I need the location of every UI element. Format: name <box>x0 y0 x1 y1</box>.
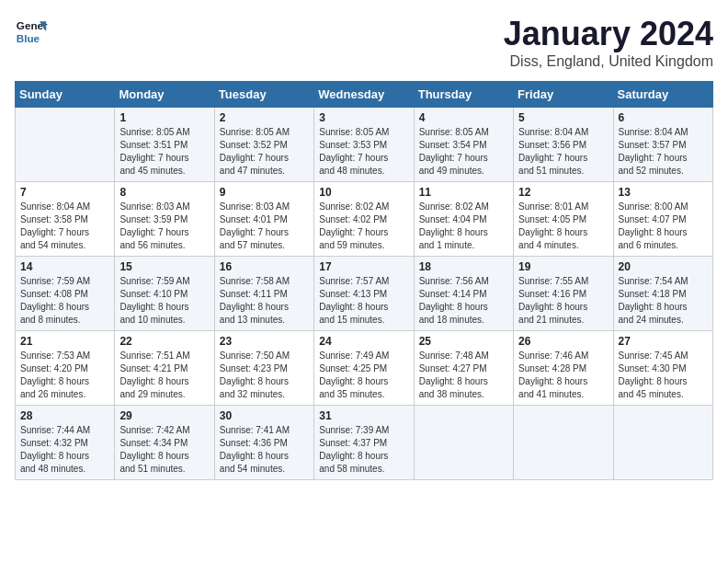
day-number: 25 <box>419 335 508 348</box>
calendar-cell <box>613 406 712 480</box>
day-number: 20 <box>619 260 708 273</box>
day-number: 26 <box>518 335 608 348</box>
day-info: Sunrise: 8:04 AMSunset: 3:56 PMDaylight:… <box>518 126 608 178</box>
day-info: Sunrise: 7:44 AMSunset: 4:32 PMDaylight:… <box>20 424 109 476</box>
header-saturday: Saturday <box>613 82 712 108</box>
day-info: Sunrise: 8:05 AMSunset: 3:51 PMDaylight:… <box>119 126 209 178</box>
day-number: 8 <box>119 186 209 199</box>
calendar-cell: 24Sunrise: 7:49 AMSunset: 4:25 PMDayligh… <box>314 331 414 406</box>
calendar-week-5: 28Sunrise: 7:44 AMSunset: 4:32 PMDayligh… <box>16 406 713 480</box>
calendar-cell: 31Sunrise: 7:39 AMSunset: 4:37 PMDayligh… <box>314 406 414 480</box>
calendar-cell: 25Sunrise: 7:48 AMSunset: 4:27 PMDayligh… <box>414 331 513 406</box>
calendar-cell: 21Sunrise: 7:53 AMSunset: 4:20 PMDayligh… <box>16 331 115 406</box>
header-thursday: Thursday <box>414 82 513 108</box>
day-number: 2 <box>220 111 309 124</box>
calendar-week-2: 7Sunrise: 8:04 AMSunset: 3:58 PMDaylight… <box>16 182 713 257</box>
calendar-cell: 18Sunrise: 7:56 AMSunset: 4:14 PMDayligh… <box>414 257 513 331</box>
calendar-cell: 2Sunrise: 8:05 AMSunset: 3:52 PMDaylight… <box>214 108 313 182</box>
day-info: Sunrise: 7:59 AMSunset: 4:10 PMDaylight:… <box>119 275 209 327</box>
day-number: 18 <box>419 260 508 273</box>
day-number: 22 <box>119 335 209 348</box>
day-info: Sunrise: 8:05 AMSunset: 3:53 PMDaylight:… <box>319 126 408 178</box>
day-info: Sunrise: 7:46 AMSunset: 4:28 PMDaylight:… <box>518 350 608 401</box>
header-sunday: Sunday <box>16 82 115 108</box>
header-friday: Friday <box>514 82 613 108</box>
day-info: Sunrise: 7:51 AMSunset: 4:21 PMDaylight:… <box>119 350 209 401</box>
logo: General Blue <box>15 15 51 48</box>
title-area: January 2024 Diss, England, United Kingd… <box>504 15 713 70</box>
day-info: Sunrise: 7:39 AMSunset: 4:37 PMDaylight:… <box>319 424 408 476</box>
header-monday: Monday <box>115 82 214 108</box>
day-info: Sunrise: 7:59 AMSunset: 4:08 PMDaylight:… <box>20 275 109 327</box>
day-number: 19 <box>518 260 608 273</box>
calendar-cell: 23Sunrise: 7:50 AMSunset: 4:23 PMDayligh… <box>214 331 313 406</box>
day-info: Sunrise: 7:41 AMSunset: 4:36 PMDaylight:… <box>220 424 309 476</box>
day-info: Sunrise: 8:03 AMSunset: 4:01 PMDaylight:… <box>220 201 309 252</box>
day-number: 11 <box>419 186 508 199</box>
day-number: 30 <box>220 409 309 422</box>
day-number: 23 <box>220 335 309 348</box>
calendar-week-4: 21Sunrise: 7:53 AMSunset: 4:20 PMDayligh… <box>16 331 713 406</box>
calendar-cell: 19Sunrise: 7:55 AMSunset: 4:16 PMDayligh… <box>514 257 613 331</box>
calendar-cell: 1Sunrise: 8:05 AMSunset: 3:51 PMDaylight… <box>115 108 214 182</box>
day-number: 3 <box>319 111 408 124</box>
day-info: Sunrise: 7:55 AMSunset: 4:16 PMDaylight:… <box>518 275 608 327</box>
location-title: Diss, England, United Kingdom <box>504 53 713 70</box>
calendar-week-3: 14Sunrise: 7:59 AMSunset: 4:08 PMDayligh… <box>16 257 713 331</box>
day-number: 28 <box>20 409 109 422</box>
day-number: 1 <box>119 111 209 124</box>
day-info: Sunrise: 8:05 AMSunset: 3:54 PMDaylight:… <box>419 126 508 178</box>
day-number: 13 <box>619 186 708 199</box>
day-number: 4 <box>419 111 508 124</box>
day-number: 16 <box>220 260 309 273</box>
day-info: Sunrise: 8:04 AMSunset: 3:57 PMDaylight:… <box>619 126 708 178</box>
calendar-cell <box>414 406 513 480</box>
day-number: 15 <box>119 260 209 273</box>
day-info: Sunrise: 7:56 AMSunset: 4:14 PMDaylight:… <box>419 275 508 327</box>
calendar-cell <box>514 406 613 480</box>
day-number: 5 <box>518 111 608 124</box>
calendar-cell: 9Sunrise: 8:03 AMSunset: 4:01 PMDaylight… <box>214 182 313 257</box>
calendar-cell: 28Sunrise: 7:44 AMSunset: 4:32 PMDayligh… <box>16 406 115 480</box>
logo-icon: General Blue <box>15 15 48 48</box>
day-info: Sunrise: 7:50 AMSunset: 4:23 PMDaylight:… <box>220 350 309 401</box>
calendar-cell: 26Sunrise: 7:46 AMSunset: 4:28 PMDayligh… <box>514 331 613 406</box>
day-info: Sunrise: 7:42 AMSunset: 4:34 PMDaylight:… <box>119 424 209 476</box>
day-info: Sunrise: 7:49 AMSunset: 4:25 PMDaylight:… <box>319 350 408 401</box>
day-number: 29 <box>119 409 209 422</box>
calendar-cell: 22Sunrise: 7:51 AMSunset: 4:21 PMDayligh… <box>115 331 214 406</box>
calendar-header-row: SundayMondayTuesdayWednesdayThursdayFrid… <box>16 82 713 108</box>
calendar-cell: 8Sunrise: 8:03 AMSunset: 3:59 PMDaylight… <box>115 182 214 257</box>
calendar-cell: 30Sunrise: 7:41 AMSunset: 4:36 PMDayligh… <box>214 406 313 480</box>
day-info: Sunrise: 8:01 AMSunset: 4:05 PMDaylight:… <box>518 201 608 252</box>
day-number: 10 <box>319 186 408 199</box>
calendar-cell: 13Sunrise: 8:00 AMSunset: 4:07 PMDayligh… <box>613 182 712 257</box>
calendar-cell: 11Sunrise: 8:02 AMSunset: 4:04 PMDayligh… <box>414 182 513 257</box>
month-title: January 2024 <box>504 15 713 53</box>
calendar-cell: 17Sunrise: 7:57 AMSunset: 4:13 PMDayligh… <box>314 257 414 331</box>
day-info: Sunrise: 7:58 AMSunset: 4:11 PMDaylight:… <box>220 275 309 327</box>
calendar-table: SundayMondayTuesdayWednesdayThursdayFrid… <box>15 81 713 480</box>
calendar-cell: 16Sunrise: 7:58 AMSunset: 4:11 PMDayligh… <box>214 257 313 331</box>
day-info: Sunrise: 8:00 AMSunset: 4:07 PMDaylight:… <box>619 201 708 252</box>
calendar-cell: 20Sunrise: 7:54 AMSunset: 4:18 PMDayligh… <box>613 257 712 331</box>
day-info: Sunrise: 8:05 AMSunset: 3:52 PMDaylight:… <box>220 126 309 178</box>
calendar-cell <box>16 108 115 182</box>
calendar-cell: 29Sunrise: 7:42 AMSunset: 4:34 PMDayligh… <box>115 406 214 480</box>
calendar-cell: 15Sunrise: 7:59 AMSunset: 4:10 PMDayligh… <box>115 257 214 331</box>
calendar-week-1: 1Sunrise: 8:05 AMSunset: 3:51 PMDaylight… <box>16 108 713 182</box>
calendar-cell: 6Sunrise: 8:04 AMSunset: 3:57 PMDaylight… <box>613 108 712 182</box>
header-wednesday: Wednesday <box>314 82 414 108</box>
day-number: 14 <box>20 260 109 273</box>
day-number: 24 <box>319 335 408 348</box>
calendar-cell: 12Sunrise: 8:01 AMSunset: 4:05 PMDayligh… <box>514 182 613 257</box>
day-number: 27 <box>619 335 708 348</box>
day-number: 6 <box>619 111 708 124</box>
calendar-cell: 14Sunrise: 7:59 AMSunset: 4:08 PMDayligh… <box>16 257 115 331</box>
day-info: Sunrise: 8:02 AMSunset: 4:02 PMDaylight:… <box>319 201 408 252</box>
day-number: 9 <box>220 186 309 199</box>
calendar-cell: 7Sunrise: 8:04 AMSunset: 3:58 PMDaylight… <box>16 182 115 257</box>
day-info: Sunrise: 7:45 AMSunset: 4:30 PMDaylight:… <box>619 350 708 401</box>
day-info: Sunrise: 8:04 AMSunset: 3:58 PMDaylight:… <box>20 201 109 252</box>
calendar-cell: 3Sunrise: 8:05 AMSunset: 3:53 PMDaylight… <box>314 108 414 182</box>
